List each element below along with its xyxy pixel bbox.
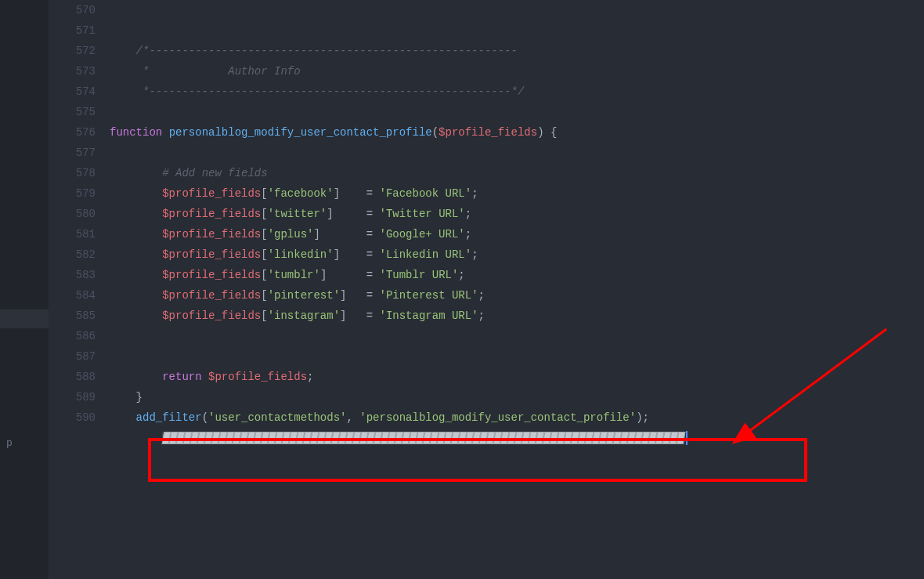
code-line[interactable]: $profile_fields['tumblr'] = 'Tumblr URL'… — [110, 265, 924, 285]
code-area[interactable]: /*--------------------------------------… — [110, 0, 924, 448]
code-line[interactable]: $profile_fields['gplus'] = 'Google+ URL'… — [110, 224, 924, 244]
sidebar-label-p: p — [6, 437, 13, 449]
line-number: 583 — [49, 265, 96, 285]
line-number: 576 — [49, 122, 96, 143]
line-number: 584 — [49, 285, 96, 306]
line-number-gutter: 5705715725735745755765775785795805815825… — [49, 0, 110, 448]
line-number: 577 — [49, 143, 96, 163]
code-line[interactable]: } — [110, 387, 924, 407]
code-line[interactable] — [110, 346, 924, 367]
code-line-garbled[interactable] — [110, 428, 924, 448]
line-number: 571 — [49, 20, 96, 41]
line-number: 589 — [49, 387, 96, 407]
code-line[interactable]: /*--------------------------------------… — [110, 41, 924, 61]
line-number: 579 — [49, 183, 96, 204]
text-selection — [162, 432, 685, 444]
code-editor[interactable]: 5705715725735745755765775785795805815825… — [49, 0, 924, 579]
sidebar: p — [0, 0, 49, 579]
code-line[interactable] — [110, 102, 924, 122]
line-number: 572 — [49, 41, 96, 61]
line-number: 587 — [49, 346, 96, 367]
code-line[interactable]: return $profile_fields; — [110, 367, 924, 387]
code-line[interactable]: function personalblog_modify_user_contac… — [110, 122, 924, 143]
code-line[interactable]: $profile_fields['linkedin'] = 'Linkedin … — [110, 244, 924, 265]
replacement-glyph-icon — [677, 432, 684, 444]
code-line[interactable]: $profile_fields['twitter'] = 'Twitter UR… — [110, 204, 924, 224]
code-line[interactable]: $profile_fields['instagram'] = 'Instagra… — [110, 306, 924, 326]
line-number: 570 — [49, 0, 96, 20]
code-line[interactable]: $profile_fields['pinterest'] = 'Pinteres… — [110, 285, 924, 306]
code-line[interactable]: $profile_fields['facebook'] = 'Facebook … — [110, 183, 924, 204]
code-line[interactable] — [110, 326, 924, 346]
code-line[interactable]: *---------------------------------------… — [110, 81, 924, 102]
line-number: 590 — [49, 407, 96, 428]
line-number: 575 — [49, 102, 96, 122]
code-line[interactable]: add_filter('user_contactmethods', 'perso… — [110, 407, 924, 428]
line-number: 588 — [49, 367, 96, 387]
code-line[interactable] — [110, 0, 924, 20]
line-number: 573 — [49, 61, 96, 81]
text-cursor — [686, 431, 688, 445]
line-number: 580 — [49, 204, 96, 224]
line-number: 581 — [49, 224, 96, 244]
line-number: 585 — [49, 306, 96, 326]
line-number: 574 — [49, 81, 96, 102]
code-line[interactable]: * Author Info — [110, 61, 924, 81]
code-line[interactable] — [110, 143, 924, 163]
line-number: 586 — [49, 326, 96, 346]
code-line[interactable]: # Add new fields — [110, 163, 924, 183]
line-number: 578 — [49, 163, 96, 183]
sidebar-item-active[interactable] — [0, 309, 49, 328]
line-number: 582 — [49, 244, 96, 265]
code-line[interactable] — [110, 20, 924, 41]
